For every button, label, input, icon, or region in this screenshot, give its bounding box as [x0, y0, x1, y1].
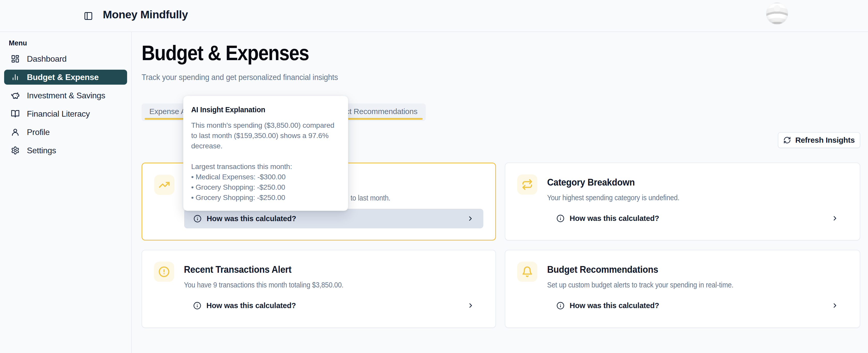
- sidebar-item-label: Investment & Savings: [27, 91, 105, 100]
- card-title: Recent Transactions Alert: [184, 264, 291, 275]
- main-content: Budget & Expenses Track your spending an…: [132, 32, 868, 353]
- chevron-right-icon: [467, 215, 474, 222]
- sidebar-item-budget-expense[interactable]: Budget & Expense: [4, 70, 127, 85]
- refresh-icon: [783, 136, 791, 144]
- sidebar-item-label: Financial Literacy: [27, 109, 90, 119]
- how-calculated-button[interactable]: How was this calculated?: [184, 296, 484, 315]
- gear-icon: [11, 146, 20, 155]
- sidebar-item-label: Dashboard: [27, 54, 67, 64]
- popover-summary: This month's spending ($3,850.00) compar…: [191, 120, 340, 151]
- chevron-right-icon: [467, 302, 474, 309]
- chevron-right-icon: [831, 215, 839, 222]
- how-calculated-button[interactable]: How was this calculated?: [547, 209, 848, 228]
- sidebar-item-dashboard[interactable]: Dashboard: [4, 51, 127, 66]
- open-book-icon: [11, 109, 20, 118]
- how-calculated-button[interactable]: How was this calculated?: [184, 209, 483, 228]
- card-budget-recommendations: Budget Recommendations Set up custom bud…: [505, 250, 860, 328]
- how-calculated-label: How was this calculated?: [570, 214, 659, 223]
- refresh-insights-button[interactable]: Refresh Insights: [778, 132, 860, 148]
- bar-chart-icon: [11, 73, 20, 81]
- page-subtitle: Track your spending and get personalized…: [142, 73, 338, 82]
- info-icon: [193, 215, 202, 223]
- bell-icon: [517, 262, 537, 282]
- sidebar-section-label: Menu: [9, 39, 131, 47]
- popover-transactions: Largest transactions this month: • Medic…: [191, 162, 340, 203]
- sidebar-item-label: Profile: [27, 128, 50, 137]
- sidebar-nav: Dashboard Budget & Expense Investment & …: [0, 51, 131, 158]
- alert-circle-icon: [154, 262, 174, 282]
- info-icon: [556, 302, 564, 310]
- repeat-icon: [517, 174, 537, 195]
- piggy-bank-icon: [11, 91, 20, 100]
- how-calculated-label: How was this calculated?: [570, 302, 659, 310]
- info-icon: [193, 302, 201, 310]
- how-calculated-button[interactable]: How was this calculated?: [547, 296, 848, 315]
- card-title: Category Breakdown: [547, 177, 635, 188]
- card-description-visible: to last month.: [350, 194, 390, 202]
- chevron-right-icon: [831, 302, 839, 309]
- popover-title: AI Insight Explanation: [191, 105, 330, 114]
- card-category-breakdown: Category Breakdown Your highest spending…: [505, 163, 860, 241]
- sidebar-item-investment-savings[interactable]: Investment & Savings: [4, 88, 127, 103]
- sidebar-toggle-icon[interactable]: [84, 11, 93, 21]
- how-calculated-label: How was this calculated?: [207, 214, 296, 223]
- sidebar-item-label: Budget & Expense: [27, 72, 99, 82]
- ai-insight-popover: AI Insight Explanation This month's spen…: [183, 96, 348, 211]
- app-header: Money Mindfully: [0, 0, 868, 32]
- card-recent-transactions: Recent Transactions Alert You have 9 tra…: [142, 250, 496, 328]
- page-title: Budget & Expenses: [142, 41, 309, 65]
- card-description: Set up custom budget alerts to track you…: [547, 281, 734, 289]
- trending-up-icon: [154, 175, 175, 195]
- sidebar-item-financial-literacy[interactable]: Financial Literacy: [4, 106, 127, 121]
- how-calculated-label: How was this calculated?: [207, 302, 296, 310]
- refresh-insights-label: Refresh Insights: [795, 136, 855, 144]
- user-avatar[interactable]: [766, 3, 788, 24]
- card-title: Budget Recommendations: [547, 264, 658, 275]
- card-description: Your highest spending category is undefi…: [547, 193, 679, 202]
- info-icon: [556, 214, 564, 222]
- sidebar-item-label: Settings: [27, 146, 56, 155]
- user-icon: [11, 128, 20, 137]
- sidebar: Menu Dashboard Budget & Expense Investme…: [0, 32, 132, 353]
- card-description: You have 9 transactions this month total…: [184, 281, 344, 289]
- dashboard-grid-icon: [11, 55, 20, 63]
- sidebar-item-settings[interactable]: Settings: [4, 143, 127, 158]
- app-title: Money Mindfully: [103, 8, 188, 21]
- sidebar-item-profile[interactable]: Profile: [4, 125, 127, 140]
